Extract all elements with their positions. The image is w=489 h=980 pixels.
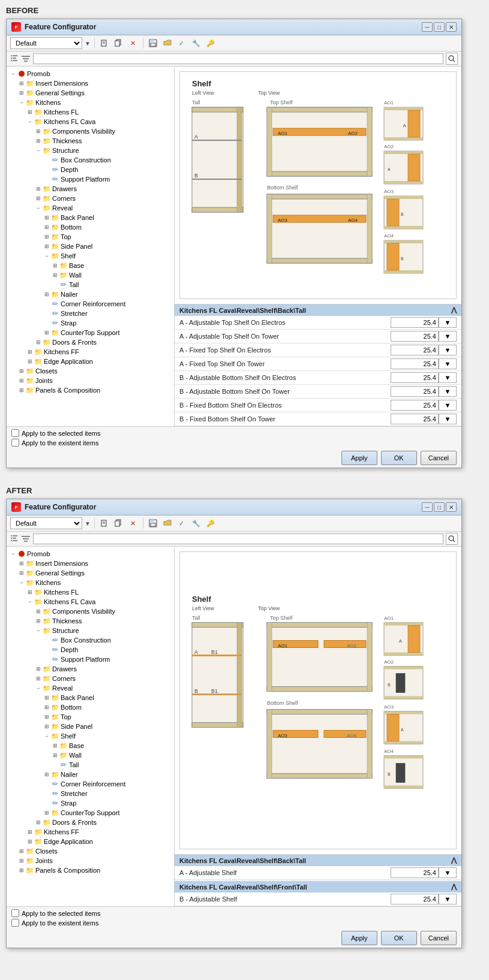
tree-item-kitchens-fl-cava[interactable]: 📁 Kitchens FL Cava <box>9 117 172 126</box>
after-tb-btn-key[interactable]: 🔑 <box>205 517 217 529</box>
before-prop-value-4[interactable] <box>391 372 439 383</box>
tree-item-kitchens-fl[interactable]: ⊞ 📁 Kitchens FL <box>9 107 172 117</box>
tb-btn-new[interactable] <box>98 37 110 49</box>
after-tree-item-kitchens[interactable]: 📁 Kitchens <box>9 578 172 587</box>
tree-item-top[interactable]: ⊞ 📁 Top <box>9 232 172 242</box>
before-prop-value-2[interactable] <box>391 345 439 355</box>
after-cancel-button[interactable]: Cancel <box>421 931 457 945</box>
tb-btn-delete[interactable]: ✕ <box>127 37 139 49</box>
after-prop-dd-1-0[interactable]: ▼ <box>439 867 457 878</box>
before-prop-dd-7[interactable]: ▼ <box>439 414 457 424</box>
config-dropdown[interactable]: Default <box>10 37 82 49</box>
after-tree-item-shelf[interactable]: 📁 Shelf <box>9 731 172 741</box>
after-prop-header-1[interactable]: Kitchens FL Cava\Reveal\Shelf\Back\Tall … <box>175 855 461 866</box>
after-tree-item-panels-comp[interactable]: ⊞ 📁 Panels & Composition <box>9 866 172 875</box>
tree-item-countertop[interactable]: ⊞ 📁 CounterTop Support <box>9 328 172 337</box>
before-checkbox-selected[interactable] <box>11 429 19 437</box>
after-tree-item-joints[interactable]: ⊞ 📁 Joints <box>9 856 172 866</box>
after-tree-item-box-construction[interactable]: ✏ Box Construction <box>9 635 172 645</box>
after-tree-item-kitchens-ff[interactable]: ⊞ 📁 Kitchens FF <box>9 827 172 837</box>
after-tree-item-edge-app[interactable]: ⊞ 📁 Edge Application <box>9 837 172 846</box>
tree-item-thickness[interactable]: ⊞ 📁 Thickness <box>9 136 172 146</box>
before-prop-dd-2[interactable]: ▼ <box>439 345 457 355</box>
expand-promob[interactable] <box>9 70 17 78</box>
tree-item-box-construction[interactable]: ✏ Box Construction <box>9 155 172 165</box>
before-prop-value-0[interactable] <box>391 317 439 328</box>
after-tb-btn-wrench[interactable]: 🔧 <box>190 517 202 529</box>
tb-btn-folder[interactable] <box>161 37 173 49</box>
before-prop-value-6[interactable] <box>391 400 439 411</box>
after-tb-btn-green[interactable]: ✓ <box>176 517 188 529</box>
before-cancel-button[interactable]: Cancel <box>421 451 457 465</box>
after-tree-item-structure[interactable]: 📁 Structure <box>9 626 172 635</box>
before-prop-dd-4[interactable]: ▼ <box>439 372 457 383</box>
tree-item-kitchens-ff[interactable]: ⊞ 📁 Kitchens FF <box>9 347 172 357</box>
tree-item-back-panel[interactable]: ⊞ 📁 Back Panel <box>9 213 172 222</box>
tree-item-nailer[interactable]: ⊞ 📁 Nailer <box>9 290 172 299</box>
after-tree-item-drawers[interactable]: ⊞ 📁 Drawers <box>9 664 172 674</box>
after-minimize-button[interactable]: ─ <box>422 502 433 512</box>
before-prop-value-7[interactable] <box>391 414 439 424</box>
after-tree-item-doors-fronts[interactable]: ⊞ 📁 Doors & Fronts <box>9 818 172 827</box>
after-tree-item-depth[interactable]: ✏ Depth <box>9 645 172 655</box>
after-tb-btn-new[interactable] <box>98 517 110 529</box>
before-prop-dd-1[interactable]: ▼ <box>439 331 457 342</box>
tree-item-insert-dim[interactable]: ⊞ 📁 Insert Dimensions <box>9 79 172 88</box>
tb-btn-key[interactable]: 🔑 <box>205 37 217 49</box>
tb-btn-copy[interactable] <box>113 37 125 49</box>
after-tb-btn-delete[interactable]: ✕ <box>127 517 139 529</box>
after-tb-btn-folder[interactable] <box>161 517 173 529</box>
before-prop-value-3[interactable] <box>391 358 439 369</box>
after-tree-item-kitchens-fl[interactable]: ⊞ 📁 Kitchens FL <box>9 587 172 597</box>
after-tree-item-support[interactable]: ✏ Support Platform <box>9 655 172 664</box>
tree-item-doors-fronts[interactable]: ⊞ 📁 Doors & Fronts <box>9 337 172 347</box>
after-tree-item-kitchens-fl-cava[interactable]: 📁 Kitchens FL Cava <box>9 597 172 607</box>
search-input[interactable] <box>33 53 443 64</box>
after-tree-item-countertop[interactable]: ⊞ 📁 CounterTop Support <box>9 808 172 818</box>
tb-btn-green[interactable]: ✓ <box>176 37 188 49</box>
tree-item-shelf[interactable]: 📁 Shelf <box>9 251 172 261</box>
tree-item-reveal[interactable]: 📁 Reveal <box>9 203 172 213</box>
after-tree-item-reveal[interactable]: 📁 Reveal <box>9 683 172 693</box>
after-expand-promob[interactable] <box>9 550 17 558</box>
tree-item-strap[interactable]: ✏ Strap <box>9 318 172 328</box>
after-apply-button[interactable]: Apply <box>341 931 377 945</box>
after-tb-btn-save[interactable] <box>147 517 159 529</box>
after-tree-item-top[interactable]: ⊞ 📁 Top <box>9 712 172 722</box>
before-prop-dd-5[interactable]: ▼ <box>439 386 457 397</box>
after-tree-item-promob[interactable]: Promob <box>9 549 172 559</box>
after-prop-value-2-0[interactable] <box>391 894 439 904</box>
after-search-button[interactable] <box>446 533 458 545</box>
expand-kitchens[interactable] <box>17 98 26 107</box>
after-checkbox-selected[interactable] <box>11 909 19 917</box>
tree-item-closets[interactable]: ⊞ 📁 Closets <box>9 366 172 376</box>
tree-item-corner-reinf[interactable]: ✏ Corner Reinforcement <box>9 299 172 309</box>
after-tree-item-comp-vis[interactable]: ⊞ 📁 Components Visibility <box>9 607 172 616</box>
after-expand-kitchens[interactable] <box>17 578 26 587</box>
before-prop-dd-3[interactable]: ▼ <box>439 358 457 369</box>
tb-btn-wrench[interactable]: 🔧 <box>190 37 202 49</box>
tree-item-general[interactable]: ⊞ 📁 General Settings <box>9 88 172 98</box>
after-prop-dd-2-0[interactable]: ▼ <box>439 894 457 904</box>
after-tree-item-bottom[interactable]: ⊞ 📁 Bottom <box>9 702 172 712</box>
after-close-button[interactable]: ✕ <box>446 502 457 512</box>
tree-item-tall[interactable]: ✏ Tall <box>9 280 172 290</box>
tree-item-depth[interactable]: ✏ Depth <box>9 165 172 174</box>
tree-item-corners[interactable]: ⊞ 📁 Corners <box>9 194 172 203</box>
maximize-button[interactable]: □ <box>434 22 445 32</box>
tree-item-structure[interactable]: 📁 Structure <box>9 146 172 155</box>
tree-item-edge-app[interactable]: ⊞ 📁 Edge Application <box>9 357 172 366</box>
before-prop-value-5[interactable] <box>391 386 439 397</box>
expand-rev[interactable] <box>34 204 43 212</box>
after-tree-item-corner-reinf[interactable]: ✏ Corner Reinforcement <box>9 779 172 789</box>
after-tree-item-insert-dim[interactable]: ⊞ 📁 Insert Dimensions <box>9 559 172 568</box>
before-prop-dd-0[interactable]: ▼ <box>439 317 457 328</box>
tree-item-base[interactable]: ⊞ 📁 Base <box>9 261 172 270</box>
after-tree-item-tall[interactable]: ✏ Tall <box>9 760 172 770</box>
tb-btn-save[interactable] <box>147 37 159 49</box>
close-button[interactable]: ✕ <box>446 22 457 32</box>
after-tree-item-general[interactable]: ⊞ 📁 General Settings <box>9 568 172 578</box>
after-tree-item-thickness[interactable]: ⊞ 📁 Thickness <box>9 616 172 626</box>
after-maximize-button[interactable]: □ <box>434 502 445 512</box>
after-search-input[interactable] <box>33 533 443 544</box>
